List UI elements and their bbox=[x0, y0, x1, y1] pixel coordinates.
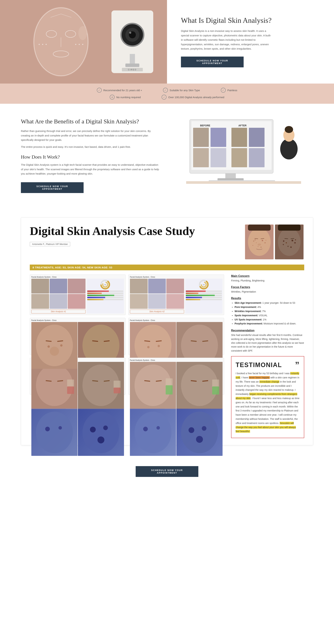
results-list: Skin Age Improvement: 1 year younger. 54… bbox=[231, 301, 304, 326]
photo-cell-15-svg bbox=[130, 409, 176, 456]
svg-point-126 bbox=[90, 426, 96, 432]
analysis-1-face-row-2 bbox=[31, 294, 86, 309]
feature-no-numbing-label: No numbing required bbox=[116, 96, 141, 99]
svg-line-104 bbox=[202, 341, 208, 341]
analysis-photo-4-header: Facial Analysis System - Cireo bbox=[130, 359, 223, 361]
highlight-compliments: began receiving compliments from strange… bbox=[236, 393, 297, 400]
face-porphyrin-2 bbox=[166, 294, 184, 309]
result-item-1: Skin Age Improvement: 1 year younger. 54… bbox=[235, 301, 304, 305]
svg-point-45 bbox=[248, 228, 271, 256]
svg-point-50 bbox=[256, 242, 257, 243]
final-cta-button[interactable]: SCHEDULE NOW YOUR APPOINTMENT bbox=[136, 466, 198, 477]
svg-rect-116 bbox=[67, 386, 74, 394]
main-concern-section: Main Concern Firming, Plumbing, Brighten… bbox=[231, 274, 304, 282]
benefits-desc2: The entire process is quick and easy. It… bbox=[21, 145, 160, 149]
svg-point-67 bbox=[287, 246, 288, 247]
svg-point-55 bbox=[252, 245, 253, 246]
face-uv-4 bbox=[148, 294, 166, 309]
benefits-title: What Are the Benefits of a Digital Skin … bbox=[21, 118, 160, 125]
analysis-2-face-row-2 bbox=[130, 294, 184, 309]
feature-painless: ✓ Painless bbox=[221, 88, 237, 92]
svg-rect-35 bbox=[231, 148, 247, 167]
svg-text:BEFORE: BEFORE bbox=[200, 124, 210, 127]
bar-6 bbox=[186, 290, 222, 292]
analysis-photo-2-header: Facial Analysis System - Cireo bbox=[130, 320, 223, 321]
hero-image-panel: CIREO bbox=[0, 0, 167, 84]
photo-cell-11 bbox=[31, 409, 78, 456]
photo-cell-10-svg bbox=[78, 362, 124, 409]
analysis-photo-card-4: Facial Analysis System - Cireo bbox=[128, 358, 224, 395]
svg-rect-133 bbox=[166, 385, 173, 394]
analysis-2-header: Facial Analysis System - Cireo bbox=[130, 276, 223, 278]
case-study-details-panel: Main Concern Firming, Plumbing, Brighten… bbox=[231, 274, 304, 438]
svg-line-113 bbox=[46, 381, 52, 381]
benefits-cta-wrapper: SCHEDULE NOW YOUR APPOINTMENT bbox=[21, 182, 160, 193]
analysis-1-faces: Skin Analysis #1 bbox=[31, 279, 86, 314]
hero-section: CIREO What Is Digital Skin Analysis? Dig… bbox=[0, 0, 334, 84]
photo-cell-11-svg bbox=[31, 409, 78, 456]
svg-point-139 bbox=[135, 412, 172, 453]
svg-point-122 bbox=[36, 412, 73, 453]
feature-skin-type-label: Suitable for any Skin Type bbox=[170, 89, 200, 92]
svg-point-51 bbox=[262, 240, 263, 241]
hero-content-panel: What Is Digital Skin Analysis? Digital S… bbox=[167, 0, 334, 84]
bar-10 bbox=[186, 299, 222, 300]
case-study-title-area: Digital Skin Analysis Case Study Antoine… bbox=[30, 224, 195, 250]
photo-cell-12-svg bbox=[78, 409, 124, 456]
benefits-image-panel: BEFORE AFTER bbox=[174, 118, 313, 184]
analysis-photo-1-grid bbox=[31, 322, 124, 353]
svg-point-145 bbox=[196, 436, 203, 443]
svg-line-88 bbox=[104, 341, 110, 341]
focus-factors-text: Wrinkles, Pigmentation bbox=[231, 290, 304, 294]
face-normal-3 bbox=[130, 279, 148, 294]
benefits-section: What Are the Benefits of a Digital Skin … bbox=[0, 104, 334, 207]
analysis-1-circle-chart: 54 bbox=[100, 279, 110, 290]
analysis-1-header: Facial Analysis System - Cireo bbox=[31, 276, 124, 278]
case-study-body: Facial Analysis System - Cireo bbox=[30, 274, 304, 438]
bar-4 bbox=[87, 297, 123, 298]
benefits-cta-button[interactable]: SCHEDULE NOW YOUR APPOINTMENT bbox=[21, 182, 84, 193]
svg-point-80 bbox=[36, 324, 73, 366]
hero-cta-button[interactable]: SCHEDULE NOW YOUR APPOINTMENT bbox=[181, 56, 244, 67]
focus-factors-title: Focus Factors bbox=[231, 286, 304, 289]
svg-rect-21 bbox=[130, 54, 135, 64]
feature-no-numbing: ⊘ No numbing required bbox=[110, 95, 141, 100]
recommended-icon: ✓ bbox=[97, 88, 102, 92]
svg-point-49 bbox=[253, 240, 254, 242]
svg-point-10 bbox=[42, 44, 43, 45]
photo-cell-9 bbox=[31, 362, 78, 409]
svg-point-57 bbox=[255, 239, 256, 240]
svg-line-81 bbox=[46, 341, 52, 341]
testimonial-title-text: TESTIMONIAL bbox=[236, 361, 282, 369]
bottom-analysis-row-1: Facial Analysis System - Cireo bbox=[30, 318, 224, 355]
svg-rect-31 bbox=[193, 148, 209, 167]
member-tag: Antoinette F., Platinum VIP Member bbox=[30, 242, 70, 246]
before-photo-svg bbox=[245, 224, 273, 259]
svg-point-84 bbox=[60, 344, 63, 346]
analysis-photo-card-1: Facial Analysis System - Cireo bbox=[30, 318, 126, 355]
svg-rect-29 bbox=[193, 128, 209, 147]
photo-after bbox=[275, 224, 303, 259]
svg-point-83 bbox=[48, 345, 50, 348]
case-study-section: Digital Skin Analysis Case Study Antoine… bbox=[0, 207, 334, 456]
highlight-immediate-change: immediate change bbox=[259, 380, 279, 383]
svg-point-69 bbox=[283, 244, 284, 245]
analysis-1-label: Skin Analysis #1 bbox=[31, 310, 86, 314]
bar-3 bbox=[87, 295, 123, 296]
photo-cell-13-svg bbox=[130, 362, 176, 409]
face-red-3 bbox=[166, 279, 184, 294]
analysis-images-panel: Facial Analysis System - Cireo bbox=[30, 274, 224, 438]
analysis-2-faces: Skin Analysis #2 bbox=[130, 279, 184, 314]
recommendation-text: She had wonderful visual results after h… bbox=[231, 333, 304, 353]
svg-rect-36 bbox=[249, 148, 264, 167]
main-concern-text: Firming, Plumbing, Brightening bbox=[231, 279, 304, 282]
svg-point-101 bbox=[158, 345, 160, 347]
case-study-card: Digital Skin Analysis Case Study Antoine… bbox=[21, 218, 313, 445]
photo-cell-14-svg bbox=[176, 362, 223, 409]
face-normal-2 bbox=[31, 294, 49, 309]
face-overlay-svg: CIREO bbox=[0, 0, 167, 84]
bar-8 bbox=[186, 295, 222, 296]
svg-point-85 bbox=[50, 346, 59, 356]
face-uv-2 bbox=[50, 294, 67, 309]
hero-title: What Is Digital Skin Analysis? bbox=[181, 16, 320, 24]
